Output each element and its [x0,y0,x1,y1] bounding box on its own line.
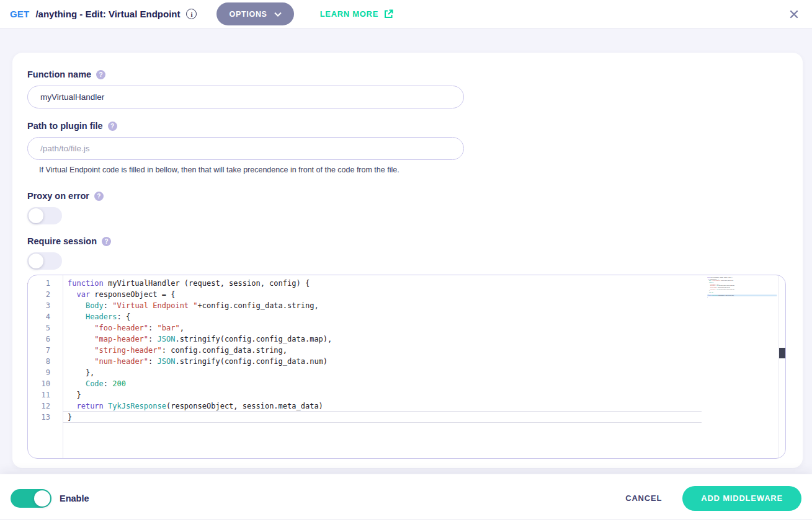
function-name-label: Function name [27,69,91,79]
help-icon[interactable]: ? [94,192,104,201]
code-editor[interactable]: 12345678910111213 function myVirtualHand… [27,275,786,459]
proxy-on-error-label-row: Proxy on error ? [27,191,788,201]
function-name-input[interactable] [27,86,464,108]
bottom-action-bar: Enable CANCEL ADD MIDDLEWARE [0,474,812,522]
learn-more-link[interactable]: LEARN MORE [320,9,394,19]
editor-minimap-content: function myVirtualHandler (request, sess… [707,276,777,298]
add-middleware-button[interactable]: ADD MIDDLEWARE [682,486,801,511]
enable-label: Enable [60,493,89,503]
close-button[interactable] [790,10,798,19]
endpoint-title: /anything - Edit: Virtual Endpoint [35,9,180,19]
require-session-label: Require session [27,236,97,246]
editor-gutter: 12345678910111213 [28,275,63,458]
help-icon[interactable]: ? [96,70,105,79]
dialog-header: GET /anything - Edit: Virtual Endpoint i… [0,0,812,29]
toggle-knob [29,254,43,268]
plugin-path-label: Path to plugin file [27,121,103,131]
proxy-on-error-toggle[interactable] [27,207,62,224]
require-session-label-row: Require session ? [27,236,788,246]
external-link-icon [383,9,394,19]
require-session-toggle[interactable] [27,252,62,270]
options-button-label: OPTIONS [229,10,267,19]
middleware-panel: Function name ? Path to plugin file ? If… [12,53,803,468]
enable-toggle[interactable] [11,489,51,508]
close-icon [790,10,798,19]
http-method-badge: GET [10,9,29,19]
toggle-knob [29,208,43,223]
editor-scrollbar[interactable] [778,275,785,458]
plugin-path-input[interactable] [27,137,464,160]
function-name-label-row: Function name ? [27,69,788,79]
plugin-path-label-row: Path to plugin file ? [27,121,788,131]
editor-code[interactable]: function myVirtualHandler (request, sess… [63,275,785,458]
scrollbar-thumb[interactable] [779,348,785,358]
chevron-down-icon [274,12,282,17]
learn-more-label: LEARN MORE [320,9,378,19]
toggle-knob [34,490,50,507]
editor-minimap: function myVirtualHandler (request, sess… [707,276,777,301]
help-icon[interactable]: ? [102,237,111,246]
options-button[interactable]: OPTIONS [216,2,293,25]
help-icon[interactable]: ? [108,122,117,131]
proxy-on-error-label: Proxy on error [27,191,89,201]
info-icon[interactable]: i [186,9,197,19]
plugin-path-helper-text: If Virtual Endpoint code is filled in be… [39,166,788,174]
cancel-button[interactable]: CANCEL [625,493,662,503]
